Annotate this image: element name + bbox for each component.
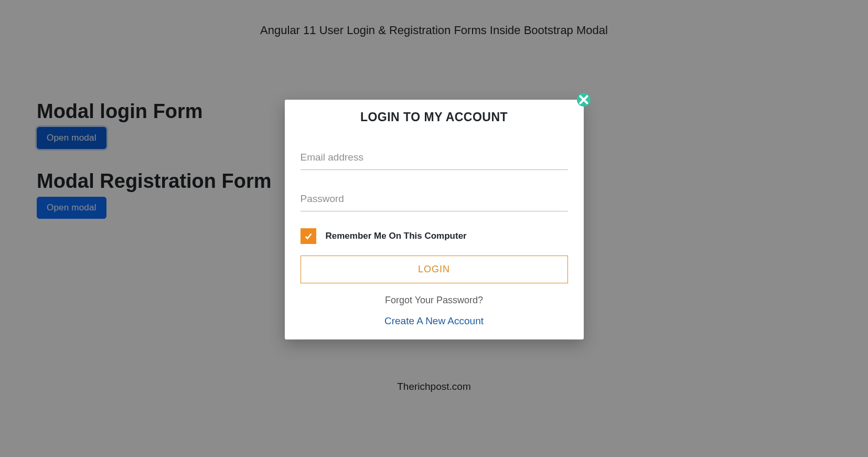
email-field[interactable] xyxy=(301,145,568,170)
forgot-password-link[interactable]: Forgot Your Password? xyxy=(301,295,568,306)
password-field[interactable] xyxy=(301,187,568,211)
create-account-link[interactable]: Create A New Account xyxy=(301,315,568,327)
close-x-icon xyxy=(577,93,591,107)
login-modal: LOGIN TO MY ACCOUNT Remember Me On This … xyxy=(285,100,584,339)
remember-row: Remember Me On This Computer xyxy=(301,228,568,244)
remember-checkbox[interactable] xyxy=(301,228,316,244)
checkmark-icon xyxy=(304,231,313,241)
login-button[interactable]: LOGIN xyxy=(301,256,568,283)
remember-label: Remember Me On This Computer xyxy=(326,231,467,241)
close-icon[interactable] xyxy=(577,93,591,107)
modal-title: LOGIN TO MY ACCOUNT xyxy=(301,110,568,124)
modal-overlay[interactable]: LOGIN TO MY ACCOUNT Remember Me On This … xyxy=(0,0,868,457)
